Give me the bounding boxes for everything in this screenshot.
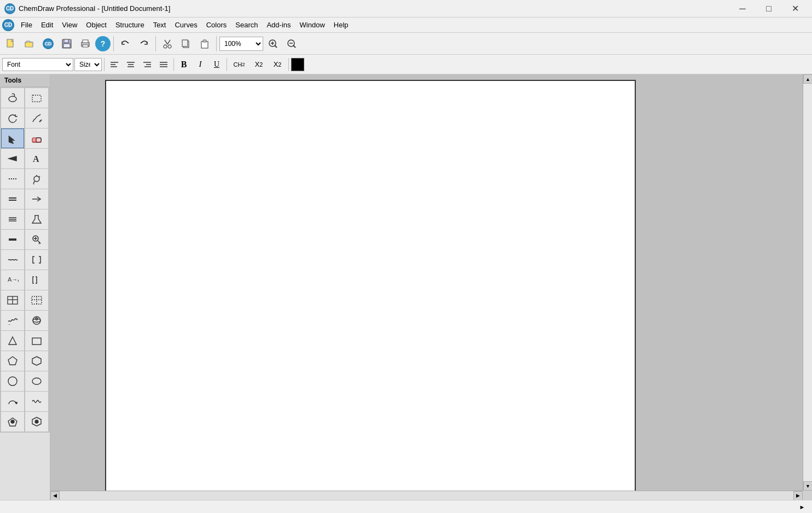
- menu-file[interactable]: File: [16, 19, 37, 31]
- subscript-button[interactable]: X2: [250, 57, 268, 72]
- svg-marker-38: [9, 136, 15, 144]
- size-select[interactable]: Size 891011 12141618 2436: [74, 58, 102, 71]
- menu-text[interactable]: Text: [149, 19, 171, 31]
- menu-curves[interactable]: Curves: [170, 19, 201, 31]
- svg-marker-42: [9, 156, 16, 161]
- atom-map-tool[interactable]: [25, 169, 48, 189]
- bond-triple-tool[interactable]: [1, 209, 24, 229]
- align-center-button[interactable]: [123, 57, 138, 72]
- help-button[interactable]: ?: [95, 36, 111, 51]
- redo-button[interactable]: [135, 35, 153, 53]
- eraser-tool[interactable]: [25, 129, 48, 148]
- chemdraw-icon-button[interactable]: CD: [39, 35, 57, 53]
- scroll-down-button[interactable]: ▼: [803, 481, 812, 491]
- bracket2-tool[interactable]: [25, 270, 48, 290]
- close-button[interactable]: ✕: [782, 0, 808, 18]
- zoom-select[interactable]: 25% 50% 75% 100% 150% 200% 400%: [219, 37, 263, 51]
- lasso-tool[interactable]: [1, 88, 24, 108]
- dots-table-tool[interactable]: [25, 290, 48, 310]
- undo-button[interactable]: [117, 35, 134, 53]
- zoom-out-button[interactable]: [283, 35, 300, 53]
- vertical-scrollbar[interactable]: ▲ ▼: [803, 74, 812, 491]
- wavy2-tool[interactable]: [25, 392, 48, 411]
- flask-tool[interactable]: [25, 209, 48, 229]
- menu-view[interactable]: View: [57, 19, 82, 31]
- open-document-button[interactable]: [21, 35, 38, 53]
- scroll-left-button[interactable]: ◀: [50, 491, 60, 500]
- arrow-tool[interactable]: [1, 129, 24, 148]
- document-page[interactable]: [105, 80, 636, 500]
- expand-button[interactable]: ►: [797, 502, 808, 512]
- svg-point-35: [9, 96, 16, 102]
- bond-dashed-tool[interactable]: [1, 169, 24, 189]
- bond-bold-tool[interactable]: [1, 230, 24, 249]
- scroll-v-track[interactable]: [803, 84, 812, 481]
- rectangle-tool[interactable]: [25, 331, 48, 351]
- format-separator-2: [173, 58, 174, 71]
- scroll-up-button[interactable]: ▲: [803, 74, 812, 84]
- abbreviation-tool[interactable]: A→A: [1, 270, 24, 290]
- canvas-area[interactable]: ▲ ▼ ◀ ▶: [50, 74, 812, 500]
- freehand-tool[interactable]: [25, 108, 48, 128]
- menu-bar: CD File Edit View Object Structure Text …: [0, 18, 812, 33]
- menu-object[interactable]: Object: [82, 19, 111, 31]
- menu-structure[interactable]: Structure: [111, 19, 149, 31]
- hexagon-tool[interactable]: [25, 351, 48, 371]
- circle-tool[interactable]: [1, 371, 24, 391]
- curved-arrow-tool[interactable]: [1, 392, 24, 411]
- svg-rect-7: [83, 45, 88, 47]
- format-bar: Font Size 891011 12141618 2436 B I U CH2…: [0, 55, 812, 74]
- print-button[interactable]: [77, 35, 94, 53]
- zoom-tool[interactable]: 4: [25, 230, 48, 249]
- bold-button[interactable]: B: [176, 57, 192, 72]
- bond-wavy-tool[interactable]: [1, 250, 24, 270]
- 3d-atom-tool[interactable]: [25, 311, 48, 330]
- hexagon2-tool[interactable]: [25, 412, 48, 432]
- save-button[interactable]: [58, 35, 76, 53]
- menu-edit[interactable]: Edit: [37, 19, 57, 31]
- minimize-button[interactable]: ─: [730, 0, 755, 18]
- scrollbar-corner: [803, 491, 812, 500]
- arrow-reaction-tool[interactable]: [25, 189, 48, 209]
- underline-button[interactable]: U: [209, 57, 224, 72]
- scroll-right-button[interactable]: ▶: [793, 491, 803, 500]
- align-right-button[interactable]: [140, 57, 155, 72]
- menu-help[interactable]: Help: [329, 19, 353, 31]
- color-picker[interactable]: [291, 58, 304, 71]
- new-document-button[interactable]: [2, 35, 20, 53]
- pentagon2-tool[interactable]: [1, 412, 24, 432]
- horizontal-scrollbar[interactable]: ◀ ▶: [50, 491, 803, 500]
- bracket-tool[interactable]: [25, 250, 48, 270]
- menu-search[interactable]: Search: [231, 19, 262, 31]
- tools-grid: A: [0, 87, 50, 433]
- table-tool[interactable]: [1, 290, 24, 310]
- svg-rect-15: [203, 40, 206, 42]
- bond-wedge-tool[interactable]: [1, 149, 24, 168]
- oval-tool[interactable]: [25, 371, 48, 391]
- text-tool[interactable]: A: [25, 149, 48, 168]
- methylene-button[interactable]: CH2: [229, 57, 249, 72]
- triangle-tool[interactable]: [1, 331, 24, 351]
- bond-double-tool[interactable]: [1, 189, 24, 209]
- wavy-line-tool[interactable]: ~: [1, 311, 24, 330]
- font-select[interactable]: Font: [2, 58, 73, 71]
- cut-button[interactable]: [159, 35, 176, 53]
- marquee-tool[interactable]: [25, 88, 48, 108]
- paste-button[interactable]: [196, 35, 213, 53]
- svg-rect-4: [63, 44, 70, 48]
- copy-button[interactable]: [177, 35, 195, 53]
- toolbar-separator-3: [216, 36, 217, 51]
- zoom-in-button[interactable]: [264, 35, 282, 53]
- align-justify-button[interactable]: [156, 57, 171, 72]
- pentagon-tool[interactable]: [1, 351, 24, 371]
- rotate-tool[interactable]: [1, 108, 24, 128]
- svg-rect-13: [182, 40, 188, 46]
- align-left-button[interactable]: [107, 57, 122, 72]
- maximize-button[interactable]: □: [756, 0, 781, 18]
- menu-window[interactable]: Window: [295, 19, 329, 31]
- svg-line-17: [275, 45, 277, 48]
- italic-button[interactable]: I: [193, 57, 208, 72]
- superscript-button[interactable]: X2: [269, 57, 286, 72]
- menu-addins[interactable]: Add-ins: [262, 19, 295, 31]
- menu-colors[interactable]: Colors: [202, 19, 231, 31]
